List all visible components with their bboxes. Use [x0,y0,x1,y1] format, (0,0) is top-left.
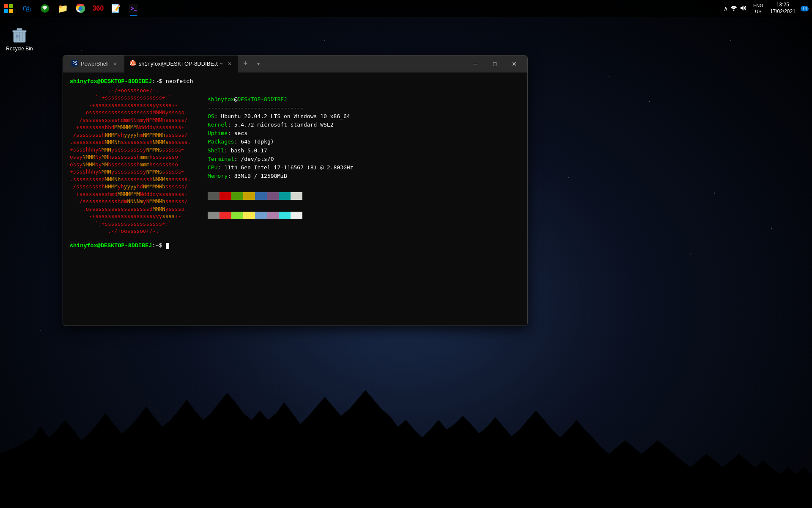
ascii-art: .-/+oossssoo+/-. `:+ssssssssssssssssss+:… [70,87,191,237]
terminal-titlebar: PS PowerShell ✕ sh1nyfox@DESK [63,55,527,72]
color-block-7 [291,192,302,200]
prompt2: sh1nyfox@DESKTOP-8DDIBEJ [70,243,152,249]
sys-icons: ∧ [720,5,750,13]
tab-add-button[interactable]: + [239,57,252,71]
neofetch-output: .-/+oossssoo+/-. `:+ssssssssssssssssss+:… [70,87,521,237]
prompt-separator1: :~$ [152,78,165,85]
taskbar-icon-terminal[interactable] [125,0,142,17]
start-button[interactable] [0,0,17,17]
minimize-button[interactable]: ─ [466,55,485,72]
prompt1: sh1nyfox@DESKTOP-8DDIBEJ [70,78,152,85]
taskbar-icon-notepad[interactable]: 📝 [107,0,124,17]
command-line: sh1nyfox@DESKTOP-8DDIBEJ:~$ neofetch [70,77,521,86]
prompt-line-2: sh1nyfox@DESKTOP-8DDIBEJ:~$ [70,242,521,250]
recycle-bin-label: Recycle Bin [6,46,33,52]
desktop: 🛍 📁 [0,0,812,508]
color-block-15 [291,212,302,219]
color-block-2 [231,192,243,200]
prompt-separator2: :~$ [152,243,165,249]
svg-rect-8 [13,30,26,32]
svg-point-6 [733,9,734,11]
taskbar-icon-store[interactable]: 🛍 [19,0,36,17]
svg-point-18 [132,60,133,61]
ubuntu-icon [129,60,136,68]
svg-point-19 [134,64,135,65]
color-palette [208,192,368,200]
color-palette-2 [208,212,368,219]
svg-point-20 [130,64,131,65]
color-block-5 [267,192,279,200]
cursor [166,243,169,249]
terminal-body[interactable]: sh1nyfox@DESKTOP-8DDIBEJ:~$ neofetch .-/… [63,72,527,326]
tab-ubuntu-close[interactable]: ✕ [226,60,233,68]
tab-powershell[interactable]: PS PowerShell ✕ [66,55,124,72]
system-info: sh1nyfox@DESKTOP-8DDIBEJ ---------------… [208,87,368,237]
language-region[interactable]: ENG US [752,3,765,15]
powershell-icon: PS [71,60,78,68]
terminal-content: sh1nyfox@DESKTOP-8DDIBEJ:~$ neofetch .-/… [63,72,527,326]
color-block-3 [243,192,255,200]
window-controls: ─ □ ✕ [466,55,524,72]
taskbar-icon-360[interactable]: 360 [90,0,107,17]
close-button[interactable]: ✕ [505,55,524,72]
svg-rect-9 [17,28,22,30]
taskbar: 🛍 📁 [0,0,812,17]
color-block-4 [255,192,267,200]
color-block-1 [219,192,231,200]
tab-powershell-label: PowerShell [81,61,109,67]
color-block-6 [279,192,291,200]
command-text: neofetch [166,78,193,85]
color-block-9 [219,212,231,219]
notification-badge[interactable]: 14 [801,6,809,11]
network-icon[interactable] [730,5,737,13]
color-block-0 [208,192,219,200]
recycle-bin-image: ♻ [9,24,30,44]
color-block-14 [279,212,291,219]
volume-icon[interactable] [740,5,746,13]
chevron-icon[interactable]: ∧ [724,5,728,12]
taskbar-icon-chrome[interactable] [72,0,89,17]
tab-ubuntu-label: sh1nyfox@DESKTOP-8DDIBEJ: ~ [139,61,223,67]
taskbar-app-icons: 🛍 📁 [17,0,144,17]
clock[interactable]: 13:25 17/02/2021 [767,2,799,15]
taskbar-icon-explorer[interactable]: 📁 [54,0,71,17]
color-block-10 [231,212,243,219]
active-indicator [130,15,137,16]
svg-point-3 [79,7,82,10]
taskbar-icon-xbox[interactable] [36,0,53,17]
tab-powershell-close[interactable]: ✕ [111,60,119,68]
tab-ubuntu[interactable]: sh1nyfox@DESKTOP-8DDIBEJ: ~ ✕ [124,55,239,72]
svg-text:PS: PS [72,61,77,66]
system-tray: ∧ ENG US [720,2,812,15]
recycle-bin-icon[interactable]: ♻ Recycle Bin [3,22,36,53]
color-block-11 [243,212,255,219]
color-block-13 [267,212,279,219]
terminal-window: PS PowerShell ✕ sh1nyfox@DESK [63,55,528,326]
color-block-8 [208,212,219,219]
maximize-button[interactable]: □ [485,55,505,72]
svg-text:♻: ♻ [15,34,19,39]
tab-dropdown-button[interactable]: ▾ [252,57,264,71]
color-block-12 [255,212,267,219]
recycle-bin-svg: ♻ [9,24,30,44]
